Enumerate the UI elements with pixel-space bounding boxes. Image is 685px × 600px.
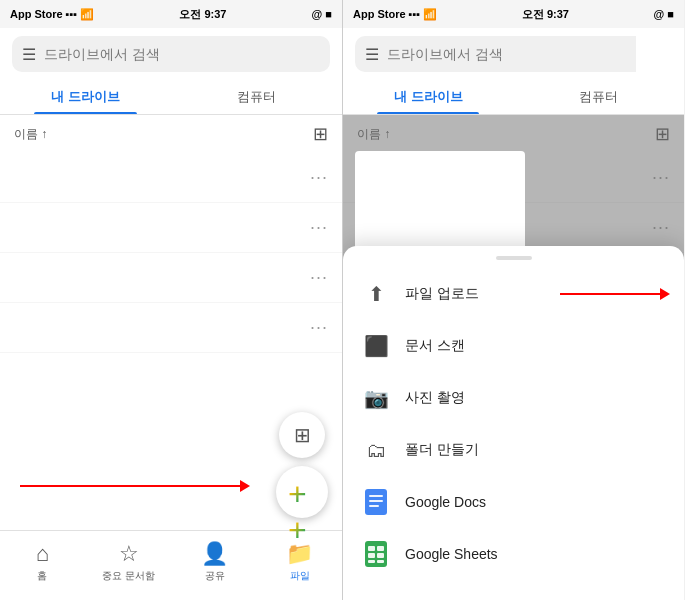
tab-my-drive-left[interactable]: 내 드라이브 bbox=[0, 80, 171, 114]
scan-label: 문서 스캔 bbox=[405, 337, 465, 355]
docs-label: Google Docs bbox=[405, 494, 486, 510]
nav-starred-label: 중요 문서함 bbox=[102, 569, 155, 583]
nav-files-label: 파일 bbox=[290, 569, 310, 583]
time-right: 오전 9:37 bbox=[522, 7, 569, 22]
svg-rect-10 bbox=[377, 560, 384, 563]
sheet-item-scan[interactable]: ⬛ 문서 스캔 bbox=[343, 320, 684, 372]
hamburger-icon-right[interactable]: ☰ bbox=[365, 45, 379, 64]
svg-rect-8 bbox=[377, 553, 384, 558]
left-phone: App Store ▪▪▪ 📶 오전 9:37 @ ■ ☰ 내 드라이브 컴퓨터… bbox=[0, 0, 342, 600]
wifi-icon: 📶 bbox=[80, 8, 94, 21]
folder-icon: 🗂 bbox=[363, 437, 389, 463]
tab-computer-right[interactable]: 컴퓨터 bbox=[514, 80, 685, 114]
sheet-item-docs[interactable]: Google Docs bbox=[343, 476, 684, 528]
tab-my-drive-right[interactable]: 내 드라이브 bbox=[343, 80, 514, 114]
list-header-left: 이름 ↑ ⊞ bbox=[0, 115, 342, 153]
hamburger-icon[interactable]: ☰ bbox=[22, 45, 36, 64]
sheet-item-camera[interactable]: 📷 사진 촬영 bbox=[343, 372, 684, 424]
status-bar-left: App Store ▪▪▪ 📶 오전 9:37 @ ■ bbox=[0, 0, 342, 28]
fab-plus-icon: + bbox=[288, 478, 316, 506]
sheet-item-folder[interactable]: 🗂 폴더 만들기 bbox=[343, 424, 684, 476]
status-icons-left: @ ■ bbox=[312, 8, 332, 20]
fab-secondary-icon: ⊞ bbox=[294, 423, 311, 447]
scan-icon: ⬛ bbox=[363, 333, 389, 359]
file-menu-dots-3[interactable]: ··· bbox=[310, 267, 328, 288]
sheet-handle bbox=[496, 256, 532, 260]
carrier-right: App Store ▪▪▪ 📶 bbox=[353, 8, 437, 21]
svg-rect-7 bbox=[368, 553, 375, 558]
svg-rect-5 bbox=[368, 546, 375, 551]
carrier-left: App Store ▪▪▪ 📶 bbox=[10, 8, 94, 21]
tabs-right: 내 드라이브 컴퓨터 bbox=[343, 80, 684, 115]
fab-primary-button[interactable]: + bbox=[276, 466, 328, 518]
carrier-text-right: App Store bbox=[353, 8, 406, 20]
nav-shared[interactable]: 👤 공유 bbox=[190, 541, 240, 583]
sheet-item-upload[interactable]: ⬆ 파일 업로드 bbox=[343, 268, 684, 320]
upload-icon: ⬆ bbox=[363, 281, 389, 307]
sort-label[interactable]: 이름 ↑ bbox=[14, 126, 47, 143]
upload-label: 파일 업로드 bbox=[405, 285, 479, 303]
fab-secondary-button[interactable]: ⊞ bbox=[279, 412, 325, 458]
fab-area: ⊞ + bbox=[276, 412, 328, 518]
grid-toggle-icon[interactable]: ⊞ bbox=[313, 123, 328, 145]
right-phone: App Store ▪▪▪ 📶 오전 9:37 @ ■ ☰ 내 드라이브 컴퓨터… bbox=[342, 0, 684, 600]
folder-label: 폴더 만들기 bbox=[405, 441, 479, 459]
arrow-line bbox=[20, 485, 240, 487]
google-docs-icon bbox=[363, 489, 389, 515]
nav-home-label: 홈 bbox=[37, 569, 47, 583]
google-sheets-icon bbox=[363, 541, 389, 567]
file-item-4: ··· bbox=[0, 303, 342, 353]
sheet-item-sheets[interactable]: Google Sheets bbox=[343, 528, 684, 580]
status-bar-right: App Store ▪▪▪ 📶 오전 9:37 @ ■ bbox=[343, 0, 684, 28]
svg-rect-2 bbox=[369, 500, 383, 502]
file-item-3: ··· bbox=[0, 253, 342, 303]
time-left: 오전 9:37 bbox=[179, 7, 226, 22]
carrier-text: App Store bbox=[10, 8, 63, 20]
camera-icon: 📷 bbox=[363, 385, 389, 411]
search-input-left[interactable] bbox=[44, 46, 320, 62]
arrow-to-upload bbox=[560, 288, 670, 300]
signal-icon: ▪▪▪ bbox=[66, 8, 78, 20]
tab-computer-left[interactable]: 컴퓨터 bbox=[171, 80, 342, 114]
bottom-sheet: ⬆ 파일 업로드 ⬛ 문서 스캔 📷 사진 촬영 🗂 폴더 만들기 bbox=[343, 246, 684, 600]
tabs-left: 내 드라이브 컴퓨터 bbox=[0, 80, 342, 115]
file-item-2: ··· bbox=[0, 203, 342, 253]
status-icons-right: @ ■ bbox=[654, 8, 674, 20]
arrow-head bbox=[240, 480, 250, 492]
arrow-to-fab bbox=[20, 480, 250, 492]
svg-rect-9 bbox=[368, 560, 375, 563]
camera-label: 사진 촬영 bbox=[405, 389, 465, 407]
svg-rect-3 bbox=[369, 505, 379, 507]
sheets-label: Google Sheets bbox=[405, 546, 498, 562]
nav-home[interactable]: ⌂ 홈 bbox=[17, 541, 67, 583]
search-bar-right[interactable]: ☰ bbox=[355, 36, 672, 72]
file-item-1: ··· bbox=[0, 153, 342, 203]
search-input-right[interactable] bbox=[387, 46, 662, 62]
home-icon: ⌂ bbox=[36, 541, 49, 567]
white-card-corner bbox=[636, 30, 684, 76]
star-icon: ☆ bbox=[119, 541, 139, 567]
search-bar-left[interactable]: ☰ bbox=[12, 36, 330, 72]
search-header-right: ☰ bbox=[343, 28, 684, 72]
file-menu-dots-4[interactable]: ··· bbox=[310, 317, 328, 338]
wifi-icon-right: 📶 bbox=[423, 8, 437, 21]
shared-icon: 👤 bbox=[201, 541, 228, 567]
nav-shared-label: 공유 bbox=[205, 569, 225, 583]
svg-rect-6 bbox=[377, 546, 384, 551]
signal-icon-right: ▪▪▪ bbox=[409, 8, 421, 20]
file-menu-dots-2[interactable]: ··· bbox=[310, 217, 328, 238]
search-header-left: ☰ bbox=[0, 28, 342, 72]
file-menu-dots-1[interactable]: ··· bbox=[310, 167, 328, 188]
nav-starred[interactable]: ☆ 중요 문서함 bbox=[102, 541, 155, 583]
svg-rect-1 bbox=[369, 495, 383, 497]
